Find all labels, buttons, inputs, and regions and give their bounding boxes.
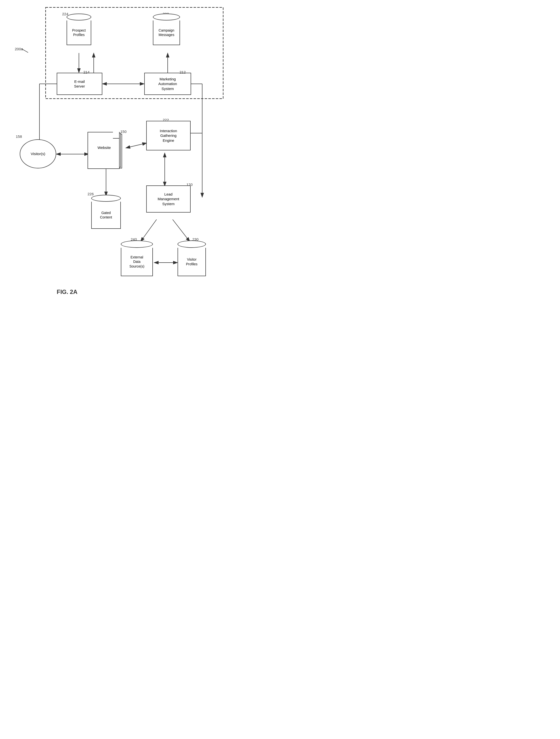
campaign-messages-label: CampaignMessages: [159, 28, 174, 37]
svg-line-19: [173, 219, 190, 242]
visitors-label: Visitor(s): [31, 151, 45, 156]
interaction-gathering-label: InteractionGatheringEngine: [160, 129, 177, 143]
svg-line-14: [126, 143, 147, 148]
ref-120: 120: [186, 182, 192, 187]
email-server-label: E-mailServer: [74, 79, 85, 89]
lead-management-node: LeadManagementSystem: [146, 185, 190, 212]
external-data-label: ExternalDataSource(s): [129, 255, 144, 269]
visitor-profiles-label: VisitorProfiles: [186, 257, 197, 266]
marketing-automation-label: MarketingAutomationSystem: [158, 77, 177, 91]
figure-caption: FIG. 2A: [57, 289, 78, 295]
website-label: Website: [91, 145, 117, 150]
website-node: Website: [88, 132, 126, 173]
campaign-messages-node: CampaignMessages: [153, 14, 180, 45]
email-server-node: E-mailServer: [57, 73, 102, 95]
ref-222: 222: [163, 118, 169, 122]
gated-content-label: GatedContent: [100, 210, 112, 219]
ref-158: 158: [16, 134, 22, 139]
prospect-profiles-label: ProspectProfiles: [72, 28, 86, 37]
lead-management-label: LeadManagementSystem: [158, 192, 179, 206]
external-data-node: ExternalDataSource(s): [121, 241, 153, 276]
diagram-container: 200a ProspectProfiles 224 CampaignMessag…: [0, 0, 236, 311]
visitor-profiles-node: VisitorProfiles: [177, 241, 206, 276]
visitors-node: Visitor(s): [20, 139, 56, 168]
ref-150: 150: [120, 129, 127, 134]
ref-226: 226: [88, 192, 94, 196]
svg-line-18: [141, 219, 157, 242]
interaction-gathering-node: InteractionGatheringEngine: [146, 121, 190, 150]
ref-214: 214: [83, 70, 90, 74]
prospect-profiles-node: ProspectProfiles: [66, 14, 91, 45]
gated-content-node: GatedContent: [91, 195, 121, 229]
marketing-automation-node: MarketingAutomationSystem: [144, 73, 191, 95]
ref-212: 212: [179, 70, 186, 74]
